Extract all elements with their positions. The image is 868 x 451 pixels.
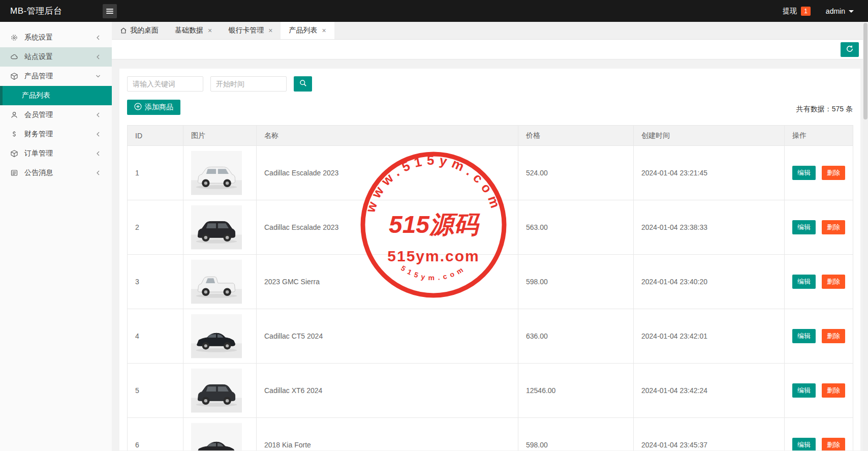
product-created-time: 2024-01-04 23:21:45 bbox=[634, 146, 785, 200]
column-header: 名称 bbox=[257, 126, 518, 146]
sidebar-item-7[interactable]: 公告消息 bbox=[0, 163, 112, 183]
list-icon bbox=[10, 169, 18, 177]
tab-label: 银行卡管理 bbox=[228, 26, 264, 35]
tab-bar: 我的桌面基础数据×银行卡管理×产品列表× bbox=[112, 22, 868, 40]
keyword-input[interactable] bbox=[127, 76, 203, 92]
delete-button[interactable]: 删除 bbox=[822, 275, 845, 289]
delete-button[interactable]: 删除 bbox=[822, 438, 845, 450]
filter-bar bbox=[127, 76, 853, 92]
edit-button[interactable]: 编辑 bbox=[792, 329, 816, 343]
sidebar-item-1[interactable]: 系统设置 bbox=[0, 28, 112, 47]
product-created-time: 2024-01-04 23:40:20 bbox=[634, 255, 785, 309]
product-image bbox=[183, 255, 257, 309]
edit-button[interactable]: 编辑 bbox=[792, 166, 816, 180]
product-name: Cadillac XT6 2024 bbox=[257, 364, 518, 418]
tab-close-icon[interactable]: × bbox=[268, 27, 272, 34]
table-row: 62018 Kia Forte598.002024-01-04 23:45:37… bbox=[128, 418, 853, 451]
toolbar bbox=[112, 40, 868, 59]
tab-2[interactable]: 基础数据× bbox=[167, 22, 220, 39]
product-id: 3 bbox=[128, 255, 183, 309]
product-name: Cadillac Escalade 2023 bbox=[257, 146, 518, 200]
add-product-button[interactable]: 添加商品 bbox=[127, 100, 180, 115]
column-header: 图片 bbox=[183, 126, 257, 146]
edit-button[interactable]: 编辑 bbox=[792, 383, 816, 398]
product-created-time: 2024-01-04 23:42:24 bbox=[634, 364, 785, 418]
chevron-left-icon bbox=[96, 112, 101, 118]
column-header: 创建时间 bbox=[634, 126, 785, 146]
tab-close-icon[interactable]: × bbox=[322, 27, 326, 34]
user-menu[interactable]: admin bbox=[826, 7, 854, 15]
product-actions: 编辑删除 bbox=[785, 200, 853, 255]
sidebar-subitem-产品列表[interactable]: 产品列表 bbox=[0, 86, 112, 105]
plus-circle-icon bbox=[134, 103, 142, 112]
tab-3[interactable]: 银行卡管理× bbox=[220, 22, 281, 39]
product-actions: 编辑删除 bbox=[785, 146, 853, 200]
table-row: 4Cadillac CT5 2024636.002024-01-04 23:42… bbox=[128, 309, 853, 364]
tab-4[interactable]: 产品列表× bbox=[281, 22, 334, 39]
delete-button[interactable]: 删除 bbox=[822, 166, 845, 180]
table-row: 1Cadillac Escalade 2023524.002024-01-04 … bbox=[128, 146, 853, 200]
actions-row: 添加商品 共有数据：575 条 bbox=[127, 100, 853, 115]
scrollbar[interactable] bbox=[863, 22, 868, 451]
refresh-icon bbox=[846, 45, 854, 54]
sidebar-item-label: 会员管理 bbox=[24, 110, 53, 119]
product-price: 524.00 bbox=[518, 146, 634, 200]
sidebar-item-label: 站点设置 bbox=[24, 52, 53, 62]
product-name: 2023 GMC Sierra bbox=[257, 255, 518, 309]
cube-icon bbox=[10, 149, 18, 158]
table-row: 5Cadillac XT6 202412546.002024-01-04 23:… bbox=[128, 364, 853, 418]
product-id: 1 bbox=[128, 146, 183, 200]
product-image bbox=[183, 418, 257, 451]
sidebar-item-5[interactable]: 财务管理 bbox=[0, 125, 112, 144]
dollar-icon bbox=[10, 130, 18, 138]
start-time-input[interactable] bbox=[210, 76, 287, 92]
sidebar-item-2[interactable]: 站点设置 bbox=[0, 47, 112, 67]
user-icon bbox=[10, 111, 18, 119]
product-actions: 编辑删除 bbox=[785, 418, 853, 451]
withdraw-menu[interactable]: 提现 1 bbox=[783, 7, 811, 16]
sidebar-subitem-label: 产品列表 bbox=[22, 91, 50, 100]
search-icon bbox=[299, 79, 307, 88]
withdraw-badge: 1 bbox=[801, 7, 811, 16]
content-area: 添加商品 共有数据：575 条 ID图片名称价格创建时间操作 1Cadillac… bbox=[112, 59, 868, 450]
tab-1[interactable]: 我的桌面 bbox=[112, 22, 167, 39]
chevron-left-icon bbox=[96, 54, 101, 60]
product-actions: 编辑删除 bbox=[785, 309, 853, 364]
sidebar-item-4[interactable]: 会员管理 bbox=[0, 105, 112, 125]
tab-close-icon[interactable]: × bbox=[208, 27, 212, 34]
table-header-row: ID图片名称价格创建时间操作 bbox=[128, 126, 853, 146]
username: admin bbox=[826, 7, 845, 15]
hamburger-icon bbox=[106, 8, 113, 15]
column-header: ID bbox=[128, 126, 183, 146]
tab-label: 基础数据 bbox=[175, 26, 203, 35]
product-price: 563.00 bbox=[518, 200, 634, 255]
chevron-left-icon bbox=[96, 131, 101, 137]
scrollbar-thumb[interactable] bbox=[863, 23, 867, 119]
app-title: MB-管理后台 bbox=[0, 5, 102, 17]
delete-button[interactable]: 删除 bbox=[822, 329, 845, 343]
edit-button[interactable]: 编辑 bbox=[792, 275, 816, 289]
delete-button[interactable]: 删除 bbox=[822, 220, 845, 234]
product-created-time: 2024-01-04 23:42:01 bbox=[634, 309, 785, 364]
gear-icon bbox=[10, 34, 18, 42]
product-image bbox=[183, 200, 257, 255]
product-id: 4 bbox=[128, 309, 183, 364]
delete-button[interactable]: 删除 bbox=[822, 383, 845, 398]
sidebar-item-label: 订单管理 bbox=[24, 149, 53, 158]
table-row: 32023 GMC Sierra598.002024-01-04 23:40:2… bbox=[128, 255, 853, 309]
product-price: 636.00 bbox=[518, 309, 634, 364]
sidebar-item-6[interactable]: 订单管理 bbox=[0, 144, 112, 163]
edit-button[interactable]: 编辑 bbox=[792, 438, 816, 450]
column-header: 价格 bbox=[518, 126, 634, 146]
search-button[interactable] bbox=[294, 76, 312, 92]
sidebar-item-3[interactable]: 产品管理 bbox=[0, 67, 112, 86]
table-row: 2Cadillac Escalade 2023563.002024-01-04 … bbox=[128, 200, 853, 255]
chevron-left-icon bbox=[96, 35, 101, 41]
product-actions: 编辑删除 bbox=[785, 364, 853, 418]
refresh-button[interactable] bbox=[841, 42, 859, 57]
withdraw-label: 提现 bbox=[783, 7, 797, 16]
edit-button[interactable]: 编辑 bbox=[792, 220, 816, 234]
product-price: 12546.00 bbox=[518, 364, 634, 418]
product-image bbox=[183, 146, 257, 200]
menu-toggle-button[interactable] bbox=[103, 4, 117, 18]
